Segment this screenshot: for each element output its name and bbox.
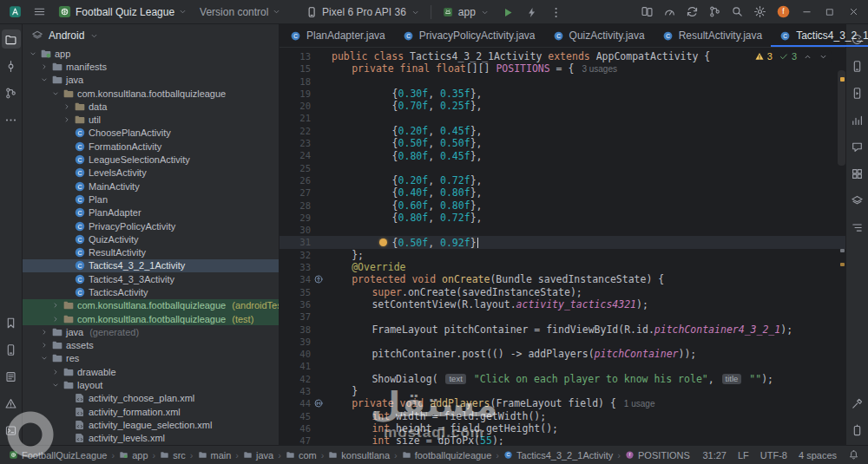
- run-configuration-selector[interactable]: app: [437, 2, 495, 23]
- line-number[interactable]: 40: [279, 348, 325, 360]
- project-view-selector[interactable]: Android: [23, 24, 279, 47]
- close-button[interactable]: [842, 2, 865, 23]
- tree-item-layout[interactable]: layout: [23, 378, 279, 391]
- usages-inlay-hint[interactable]: 1 usage: [624, 399, 655, 408]
- layers-icon[interactable]: [848, 191, 867, 210]
- build-icon[interactable]: [848, 394, 867, 413]
- tree-item-manifests[interactable]: manifests: [23, 60, 279, 73]
- chevron-right-icon[interactable]: [50, 315, 60, 323]
- app-insights-icon[interactable]: [848, 110, 867, 129]
- line-separator[interactable]: LF: [738, 450, 749, 461]
- tree-item-MainActivity[interactable]: CMainActivity: [23, 180, 279, 193]
- branches-icon[interactable]: [2, 83, 21, 102]
- tab-PlanAdapter.java[interactable]: CPlanAdapter.java: [281, 24, 394, 47]
- code-line-29[interactable]: 29{0.80f, 0.72f},: [279, 212, 845, 224]
- chevron-right-icon[interactable]: [50, 301, 60, 310]
- breadcrumb-src[interactable]: src: [160, 450, 186, 461]
- code-line-34[interactable]: 34protected void onCreate(Bundle savedIn…: [279, 273, 845, 285]
- chevron-right-icon[interactable]: [62, 102, 71, 111]
- code-line-32[interactable]: 32};: [279, 249, 845, 261]
- line-number[interactable]: 43: [279, 385, 325, 397]
- line-number[interactable]: 39: [279, 336, 325, 348]
- code-line-25[interactable]: 25: [279, 162, 845, 174]
- tab-PrivacyPolicyActivity.java[interactable]: CPrivacyPolicyActivity.java: [394, 24, 544, 47]
- code-line-35[interactable]: 35super.onCreate(savedInstanceState);: [279, 286, 845, 298]
- tree-item-activity_league_selection.xml[interactable]: activity_league_selection.xml: [23, 418, 279, 431]
- chevron-right-icon[interactable]: [39, 62, 49, 71]
- code-line-46[interactable]: 46int height = field.getHeight();: [279, 422, 845, 435]
- tree-item-app[interactable]: app: [23, 47, 279, 60]
- code-line-42[interactable]: 42ShowDialog( text "Click on each player…: [279, 373, 845, 385]
- code-line-27[interactable]: 27{0.40f, 0.80f},: [279, 186, 845, 199]
- line-number[interactable]: 47: [279, 435, 325, 445]
- tree-item-TacticsActivity[interactable]: CTacticsActivity: [23, 285, 279, 298]
- tree-item-util[interactable]: util: [23, 113, 279, 126]
- tree-item-com.konsultlana.footballquizleague[interactable]: com.konsultlana.footballquizleague: [23, 87, 279, 100]
- pair-devices-icon[interactable]: [635, 2, 658, 23]
- code-line-40[interactable]: 40pitchContainer.post(() -> addPlayers(p…: [279, 348, 845, 360]
- editor-scrollbar[interactable]: [838, 70, 845, 166]
- tree-item-PlanAdapter[interactable]: CPlanAdapter: [23, 206, 279, 219]
- problems-icon[interactable]: [2, 394, 21, 413]
- code-line-37[interactable]: 37: [279, 310, 845, 323]
- tree-item-ChoosePlanActivity[interactable]: CChoosePlanActivity: [23, 127, 279, 140]
- minimize-button[interactable]: [795, 2, 818, 23]
- caret-position[interactable]: 31:27: [702, 450, 727, 461]
- breadcrumb-Tactics4_3_2_1Activity[interactable]: CTactics4_3_2_1Activity: [503, 450, 613, 461]
- tree-item-java[interactable]: java: [23, 74, 279, 87]
- tree-item-Plan[interactable]: CPlan: [23, 193, 279, 206]
- code-line-38[interactable]: 38FrameLayout pitchContainer = findViewB…: [279, 323, 845, 336]
- line-number[interactable]: 46: [279, 422, 325, 435]
- code-line-47[interactable]: 47int size = dpToPx(55);: [279, 435, 845, 445]
- line-number[interactable]: 22: [279, 125, 325, 137]
- line-number[interactable]: 24: [279, 149, 325, 161]
- breadcrumb-com[interactable]: com: [286, 450, 317, 461]
- code-line-28[interactable]: 28{0.60f, 0.80f},: [279, 199, 845, 212]
- tree-item-data[interactable]: data: [23, 100, 279, 113]
- line-number[interactable]: 21: [279, 112, 325, 124]
- breadcrumb-footballquizleague[interactable]: footballquizleague: [402, 450, 492, 461]
- chevron-down-icon[interactable]: [50, 89, 60, 98]
- tree-item-ResultActivity[interactable]: CResultActivity: [23, 245, 279, 258]
- breadcrumb-main[interactable]: main: [198, 450, 232, 461]
- chevron-right-icon[interactable]: [39, 328, 49, 337]
- line-number[interactable]: 38: [279, 323, 325, 336]
- tree-item-Tactics4_3_3Activity[interactable]: CTactics4_3_3Activity: [23, 272, 279, 285]
- breadcrumb-POSITIONS[interactable]: fPOSITIONS: [625, 450, 690, 461]
- tab-QuizActivity.java[interactable]: CQuizActivity.java: [544, 24, 654, 47]
- chevron-right-icon[interactable]: [39, 341, 49, 350]
- resource-manager-icon[interactable]: [848, 164, 867, 183]
- apply-changes-button[interactable]: [521, 2, 543, 23]
- terminal-icon[interactable]: [2, 421, 21, 440]
- code-line-20[interactable]: 20{0.70f, 0.25f},: [279, 100, 845, 112]
- chevron-down-icon[interactable]: [28, 49, 37, 58]
- next-problem-icon[interactable]: [819, 52, 828, 62]
- file-encoding[interactable]: UTF-8: [760, 450, 787, 461]
- line-number[interactable]: 26: [279, 174, 325, 186]
- user-avatar[interactable]: f: [772, 2, 794, 23]
- line-number[interactable]: 29: [279, 212, 325, 224]
- profiler-icon[interactable]: [658, 2, 681, 23]
- code-line-45[interactable]: 45int width = field.getWidth();: [279, 410, 845, 422]
- line-number[interactable]: 13: [279, 50, 325, 62]
- line-number[interactable]: 36: [279, 298, 325, 310]
- line-number[interactable]: 31: [279, 236, 325, 248]
- line-number[interactable]: 19: [279, 88, 325, 100]
- code-line-36[interactable]: 36setContentView(R.layout.activity_tacti…: [279, 298, 845, 310]
- sync-icon[interactable]: [681, 2, 703, 23]
- tree-item-res[interactable]: res: [23, 352, 279, 365]
- main-menu-icon[interactable]: [28, 2, 50, 23]
- chevron-down-icon[interactable]: [39, 75, 49, 84]
- breadcrumb-app[interactable]: app: [119, 450, 148, 461]
- emulator-icon[interactable]: [848, 421, 867, 440]
- code-line-19[interactable]: 19{0.30f, 0.35f},: [279, 88, 845, 100]
- search-icon[interactable]: [726, 2, 748, 23]
- tree-item-LevelsActivity[interactable]: CLevelsActivity: [23, 167, 279, 180]
- logcat-icon[interactable]: [2, 367, 21, 386]
- previous-problem-icon[interactable]: [803, 52, 812, 62]
- maximize-button[interactable]: [819, 2, 841, 23]
- more-actions-icon[interactable]: [545, 2, 568, 23]
- code-line-15[interactable]: 15private final float[][] POSITIONS = {3…: [279, 62, 845, 75]
- line-number[interactable]: 41: [279, 360, 325, 372]
- commit-icon[interactable]: [2, 56, 21, 75]
